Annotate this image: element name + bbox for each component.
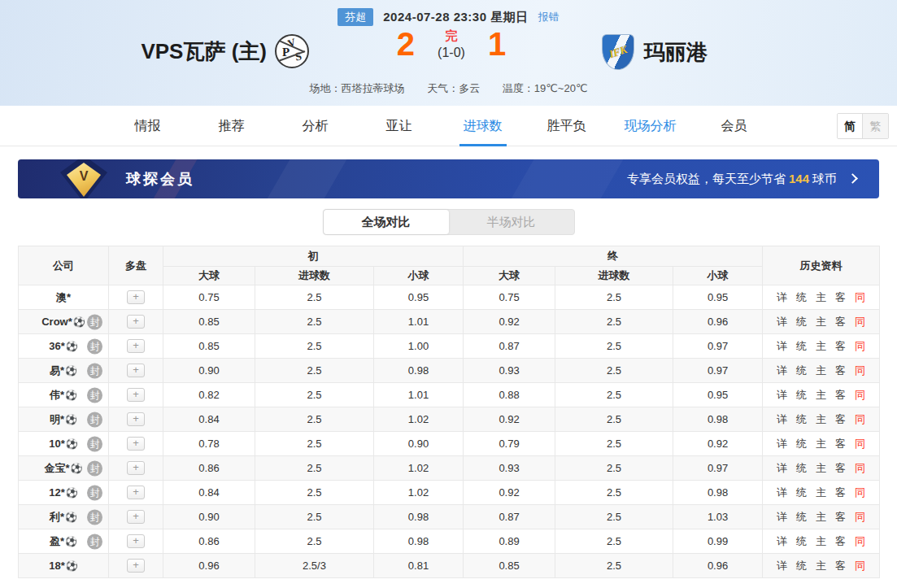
history-link-同[interactable]: 同 [855, 290, 865, 305]
history-link-客[interactable]: 客 [835, 290, 846, 305]
expand-multi-button[interactable]: + [127, 412, 145, 426]
company-name[interactable]: 澳* [56, 291, 71, 303]
history-link-客[interactable]: 客 [835, 364, 846, 378]
company-name[interactable]: 金宝* [44, 462, 69, 474]
history-link-同[interactable]: 同 [855, 437, 865, 451]
history-link-客[interactable]: 客 [835, 534, 846, 549]
nav-tab-分析[interactable]: 分析 [273, 106, 357, 146]
history-link-同[interactable]: 同 [855, 510, 865, 525]
report-error-link[interactable]: 报错 [538, 10, 560, 24]
history-link-统[interactable]: 统 [796, 290, 807, 305]
company-name[interactable]: 18* [49, 560, 65, 572]
history-link-统[interactable]: 统 [796, 486, 807, 500]
nav-tab-胜平负[interactable]: 胜平负 [525, 106, 608, 146]
history-link-统[interactable]: 统 [796, 339, 807, 354]
company-name[interactable]: 易* [50, 364, 64, 377]
history-link-详[interactable]: 详 [777, 559, 787, 573]
history-link-主[interactable]: 主 [816, 437, 826, 451]
history-link-主[interactable]: 主 [816, 388, 826, 403]
history-link-主[interactable]: 主 [816, 290, 826, 305]
history-link-主[interactable]: 主 [816, 315, 826, 329]
expand-multi-button[interactable]: + [127, 339, 145, 353]
history-link-统[interactable]: 统 [796, 559, 807, 573]
history-link-统[interactable]: 统 [796, 461, 807, 476]
history-link-统[interactable]: 统 [796, 412, 807, 427]
history-link-统[interactable]: 统 [796, 388, 807, 403]
full-match-compare-tab[interactable]: 全场对比 [324, 210, 449, 234]
history-link-详[interactable]: 详 [777, 364, 787, 378]
expand-multi-button[interactable]: + [127, 437, 145, 451]
history-link-同[interactable]: 同 [855, 461, 865, 476]
expand-multi-button[interactable]: + [127, 534, 145, 548]
company-name[interactable]: 12* [49, 486, 65, 499]
history-link-主[interactable]: 主 [816, 412, 826, 427]
history-link-统[interactable]: 统 [796, 510, 807, 525]
nav-tab-推荐[interactable]: 推荐 [189, 106, 273, 146]
company-name[interactable]: 伟* [50, 389, 64, 401]
history-link-主[interactable]: 主 [816, 486, 826, 500]
nav-tab-进球数[interactable]: 进球数 [441, 106, 525, 146]
expand-multi-button[interactable]: + [127, 388, 145, 402]
history-link-详[interactable]: 详 [777, 315, 787, 329]
history-link-同[interactable]: 同 [855, 388, 865, 403]
history-link-同[interactable]: 同 [855, 364, 865, 378]
history-link-详[interactable]: 详 [777, 388, 787, 403]
history-link-统[interactable]: 统 [796, 534, 807, 549]
lang-simplified-button[interactable]: 简 [838, 114, 863, 138]
expand-multi-button[interactable]: + [127, 290, 145, 304]
history-link-客[interactable]: 客 [835, 437, 846, 451]
nav-tab-会员[interactable]: 会员 [692, 106, 776, 146]
history-link-客[interactable]: 客 [835, 461, 846, 476]
league-badge[interactable]: 芬超 [337, 8, 373, 26]
expand-multi-button[interactable]: + [127, 559, 145, 573]
history-link-同[interactable]: 同 [855, 534, 865, 549]
history-link-客[interactable]: 客 [835, 339, 846, 354]
history-link-同[interactable]: 同 [855, 315, 865, 329]
history-link-详[interactable]: 详 [777, 290, 787, 305]
company-name[interactable]: 明* [50, 413, 64, 425]
history-link-同[interactable]: 同 [855, 486, 865, 500]
history-link-统[interactable]: 统 [796, 437, 807, 451]
history-link-详[interactable]: 详 [777, 437, 787, 451]
company-name[interactable]: Crow* [41, 316, 72, 328]
half-match-compare-tab[interactable]: 半场对比 [449, 210, 574, 234]
history-link-详[interactable]: 详 [777, 461, 787, 476]
expand-multi-button[interactable]: + [127, 461, 145, 475]
expand-multi-button[interactable]: + [127, 364, 145, 377]
history-link-详[interactable]: 详 [777, 510, 787, 525]
history-link-统[interactable]: 统 [796, 364, 807, 378]
history-link-详[interactable]: 详 [777, 486, 787, 500]
history-link-主[interactable]: 主 [816, 339, 826, 354]
history-link-同[interactable]: 同 [855, 412, 865, 427]
nav-tab-情报[interactable]: 情报 [106, 106, 189, 146]
nav-tab-亚让[interactable]: 亚让 [357, 106, 441, 146]
company-name[interactable]: 36* [49, 340, 65, 352]
history-link-客[interactable]: 客 [835, 315, 846, 329]
history-link-客[interactable]: 客 [835, 559, 846, 573]
home-team-name[interactable]: VPS瓦萨 (主) [141, 37, 267, 66]
history-link-详[interactable]: 详 [777, 534, 787, 549]
history-link-主[interactable]: 主 [816, 510, 826, 525]
history-link-同[interactable]: 同 [855, 339, 865, 354]
history-link-主[interactable]: 主 [816, 559, 826, 573]
history-link-主[interactable]: 主 [816, 534, 826, 549]
company-name[interactable]: 10* [49, 438, 65, 450]
lang-traditional-button[interactable]: 繁 [863, 114, 888, 138]
history-link-同[interactable]: 同 [855, 559, 865, 573]
history-link-客[interactable]: 客 [835, 486, 846, 500]
company-name[interactable]: 盈* [50, 535, 64, 547]
expand-multi-button[interactable]: + [127, 315, 145, 329]
vip-member-banner[interactable]: V 球探会员 专享会员权益，每天至少节省144球币 [18, 159, 879, 198]
nav-tab-现场分析[interactable]: 现场分析 [608, 106, 692, 146]
history-link-客[interactable]: 客 [835, 510, 846, 525]
away-team-name[interactable]: 玛丽港 [644, 38, 708, 67]
history-link-详[interactable]: 详 [777, 339, 787, 354]
history-link-客[interactable]: 客 [835, 388, 846, 403]
expand-multi-button[interactable]: + [127, 510, 145, 524]
history-link-统[interactable]: 统 [796, 315, 807, 329]
history-link-详[interactable]: 详 [777, 412, 787, 427]
history-link-客[interactable]: 客 [835, 412, 846, 427]
history-link-主[interactable]: 主 [816, 364, 826, 378]
expand-multi-button[interactable]: + [127, 486, 145, 499]
history-link-主[interactable]: 主 [816, 461, 826, 476]
